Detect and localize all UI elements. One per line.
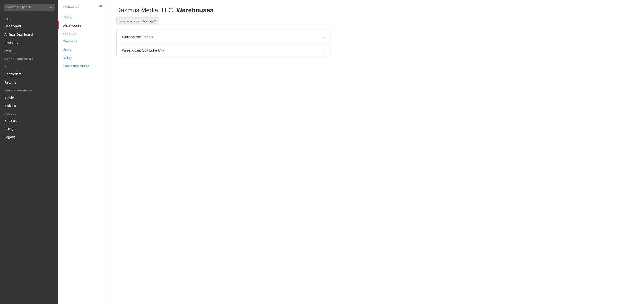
warehouse-item-slc[interactable]: Warehouse: Salt Lake City ⌄ xyxy=(116,44,331,57)
sidebar-item-billing[interactable]: Billing xyxy=(0,125,58,133)
middle-nav: NAVIGATION ☰ Profile Warehouses ACCOUNT … xyxy=(58,0,107,304)
middle-nav-users[interactable]: Users xyxy=(58,45,107,54)
warehouse-slc-label: Warehouse: Salt Lake City xyxy=(122,48,164,52)
sidebar-item-multiple[interactable]: Multiple xyxy=(0,101,58,110)
navigation-section-label: NAVIGATION xyxy=(62,5,80,8)
search-icon: ⌕ xyxy=(50,5,52,9)
middle-nav-profile[interactable]: Profile xyxy=(58,13,107,21)
account-section-label: ACCOUNT xyxy=(0,110,58,116)
sidebar-item-inventory[interactable]: Inventory xyxy=(0,38,58,47)
page-title-bold: Warehouses xyxy=(176,7,213,14)
middle-nav-billing[interactable]: Billing xyxy=(58,54,107,62)
main-section-label: MAIN xyxy=(0,15,58,22)
chevron-down-icon-tampa: ⌄ xyxy=(322,35,325,39)
warehouse-item-tampa[interactable]: Warehouse: Tampa ⌄ xyxy=(116,30,331,44)
sidebar-item-returns[interactable]: Returns xyxy=(0,78,58,86)
main-content: Razmus Media, LLC: Warehouses What can I… xyxy=(107,0,644,304)
hamburger-icon[interactable]: ☰ xyxy=(99,4,103,9)
search-bar[interactable]: ⌕ xyxy=(4,3,54,11)
middle-nav-connected-stores[interactable]: Connected Stores xyxy=(58,62,107,70)
chevron-down-icon-slc: ⌄ xyxy=(322,48,325,52)
create-shipments-label: CREATE SHIPMENTS xyxy=(0,86,58,93)
sidebar: ⌕ MAIN Dashboard Affiliate Dashboard Inv… xyxy=(0,0,58,304)
sidebar-item-affiliate-dashboard[interactable]: Affiliate Dashboard xyxy=(0,30,58,38)
warehouse-tampa-label: Warehouse: Tampa xyxy=(122,35,153,39)
page-title: Razmus Media, LLC: Warehouses xyxy=(116,7,635,14)
sidebar-item-dashboard[interactable]: Dashboard xyxy=(0,22,58,30)
middle-nav-header: NAVIGATION ☰ xyxy=(58,4,107,13)
sidebar-item-settings[interactable]: Settings xyxy=(0,116,58,125)
sidebar-item-all[interactable]: All xyxy=(0,62,58,70)
search-input[interactable] xyxy=(6,5,50,9)
sidebar-item-backorders[interactable]: Backorders xyxy=(0,70,58,78)
middle-nav-company[interactable]: Company xyxy=(58,37,107,45)
sidebar-item-logout[interactable]: Logout xyxy=(0,133,58,141)
manage-shipments-label: MANAGE SHIPMENTS xyxy=(0,55,58,62)
sidebar-item-single[interactable]: Single xyxy=(0,93,58,101)
company-name: Razmus Media, LLC: xyxy=(116,7,176,14)
warehouse-list: Warehouse: Tampa ⌄ Warehouse: Salt Lake … xyxy=(116,30,331,57)
middle-nav-warehouses[interactable]: Warehouses xyxy=(58,21,107,29)
sidebar-item-reports[interactable]: Reports xyxy=(0,47,58,55)
account-nav-label: ACCOUNT xyxy=(58,29,107,37)
help-button[interactable]: What can I do on this page? xyxy=(116,17,159,25)
